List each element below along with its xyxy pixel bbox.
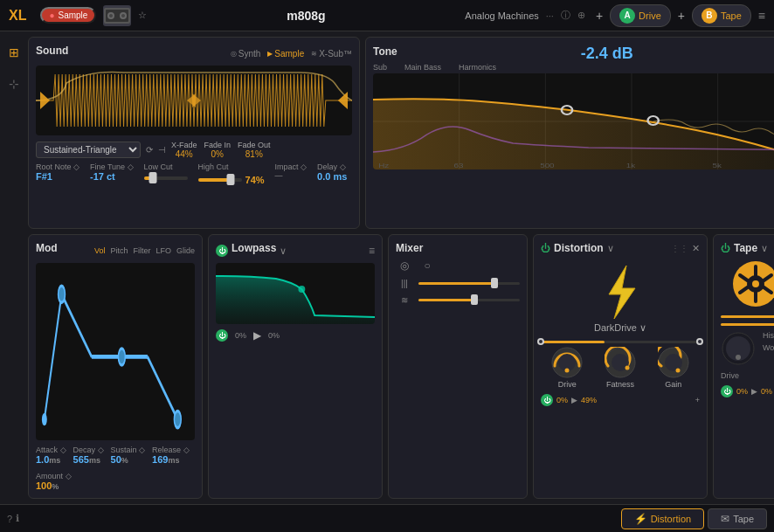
chain-b-letter: B	[701, 8, 717, 24]
mod-tab-pitch[interactable]: Pitch	[110, 246, 128, 255]
svg-point-31	[565, 369, 570, 373]
chain-add-icon[interactable]: +	[596, 9, 603, 23]
distortion-close-btn[interactable]: ✕	[692, 243, 700, 254]
fadein-val[interactable]: 0%	[211, 149, 224, 159]
high-cut-val: 74%	[245, 175, 265, 185]
fine-tune-val[interactable]: -17 ct	[90, 171, 134, 182]
distortion-footer-power[interactable]: ⏻	[541, 394, 553, 406]
loop-icon[interactable]: ⟳	[146, 145, 153, 155]
chain-b-button[interactable]: B Tape	[692, 4, 751, 27]
tape-power-btn[interactable]: ⏻	[721, 243, 730, 253]
tape-footer-right: 0%	[761, 387, 772, 396]
xfade-val[interactable]: 44%	[176, 149, 193, 159]
tape-drive-knob: Drive	[721, 331, 756, 380]
distortion-power-btn[interactable]: ⏻	[541, 243, 550, 253]
root-note-val[interactable]: F#1	[36, 171, 79, 182]
distortion-tab[interactable]: ⚡ Distortion	[621, 508, 704, 529]
reverse-icon[interactable]: ⊣	[158, 145, 166, 155]
distortion-dropdown-icon[interactable]: ∨	[607, 243, 614, 254]
lowpass-footer-right: 0%	[268, 331, 280, 340]
tab-sample[interactable]: Sample	[267, 49, 304, 59]
waveform-display[interactable]	[36, 66, 352, 135]
left-sidebar: ⊞ ⊹	[5, 37, 23, 499]
chain-a-letter: A	[619, 8, 635, 24]
mod-tab-lfo[interactable]: LFO	[155, 246, 171, 255]
distortion-preset-select[interactable]: DarkDrive	[541, 322, 700, 334]
distortion-footer-play[interactable]: ▶	[571, 396, 577, 404]
chain-b-add-icon[interactable]: +	[678, 9, 685, 23]
tape-dropdown-icon[interactable]: ∨	[761, 243, 768, 254]
low-cut-label: Low Cut	[144, 162, 188, 171]
sample-button[interactable]: Sample	[40, 7, 96, 24]
chain-a-label: Drive	[639, 10, 661, 21]
svg-text:Hz: Hz	[378, 162, 390, 169]
mod-release: Release ◇ 169ms	[152, 446, 190, 465]
preset-path[interactable]: Analog Machines	[465, 10, 538, 21]
tape-footer-power[interactable]: ⏻	[721, 385, 733, 397]
svg-marker-28	[609, 266, 635, 319]
tape-tab[interactable]: ✉ Tape	[708, 508, 767, 529]
low-cut-slider[interactable]	[144, 176, 188, 180]
sound-header: Sound Synth Sample X-Sub™	[36, 45, 352, 62]
mod-graph[interactable]	[36, 263, 195, 440]
info-icon[interactable]: ⓘ	[561, 9, 570, 22]
mod-tab-vol[interactable]: Vol	[94, 246, 106, 255]
sidebar-tune-icon[interactable]: ⊹	[5, 75, 23, 93]
delay-val[interactable]: 0.0 ms	[317, 171, 347, 182]
tape-slider-1	[721, 315, 774, 318]
tone-db-value[interactable]: -2.4 dB	[581, 45, 633, 63]
tab-xsub[interactable]: X-Sub™	[311, 49, 352, 59]
distortion-drag-handle[interactable]: ⋮⋮	[671, 244, 688, 253]
distortion-header: ⏻ Distortion ∨ ⋮⋮ ✕	[541, 242, 700, 254]
tape-reel-left	[733, 261, 774, 307]
hamburger-icon[interactable]: ≡	[758, 9, 765, 23]
lowpass-power-btn[interactable]: ⏻	[216, 245, 228, 257]
lowpass-list-icon[interactable]: ≡	[369, 245, 375, 257]
lowpass-graph[interactable]	[216, 263, 375, 324]
distortion-top-slider[interactable]	[541, 341, 700, 343]
chain-a-button[interactable]: A Drive	[610, 4, 671, 27]
tape-header: ⏻ Tape ∨ ⋮⋮ ✕	[721, 242, 774, 254]
fadeout-val[interactable]: 81%	[245, 149, 263, 159]
sidebar-grid-icon[interactable]: ⊞	[5, 44, 23, 61]
decay-val: 565ms	[73, 454, 104, 465]
impact-val: —	[275, 171, 308, 180]
chain-b-label: Tape	[721, 10, 742, 21]
delay-label: Delay ◇	[317, 162, 347, 171]
svg-point-46	[752, 280, 759, 287]
mixer-rows: ◎ ○ ||| ≋	[396, 259, 520, 305]
lowpass-play-icon[interactable]: ▶	[253, 329, 261, 342]
share-icon[interactable]: ⊕	[577, 10, 585, 21]
lowpass-dropdown-icon[interactable]: ∨	[280, 245, 287, 257]
high-cut-slider[interactable]	[198, 178, 242, 182]
tab-synth[interactable]: Synth	[231, 49, 261, 59]
info-btn[interactable]: ℹ	[16, 513, 19, 524]
svg-point-26	[174, 411, 181, 428]
eq-display[interactable]: Hz 63 500 1k 5k 10k	[373, 73, 774, 169]
mod-tabs: Vol Pitch Filter LFO Glide	[94, 246, 195, 255]
instrument-title[interactable]: m808g	[154, 9, 458, 23]
mixer-fader-2[interactable]	[418, 282, 520, 285]
help-btn[interactable]: ?	[7, 514, 12, 524]
mod-header: Mod Vol Pitch Filter LFO Glide	[36, 242, 195, 259]
tape-reels	[721, 261, 774, 307]
preset-select[interactable]: Sustained-Triangle	[36, 142, 141, 158]
mixer-row-3: ≋	[396, 295, 520, 305]
tape-footer-play[interactable]: ▶	[751, 387, 757, 396]
lowpass-footer-power[interactable]: ⏻	[216, 329, 228, 342]
mixer-fader-3[interactable]	[418, 299, 520, 301]
hiss-label: Hiss	[763, 331, 774, 340]
svg-text:500: 500	[540, 162, 554, 169]
attack-label: Attack ◇	[36, 446, 66, 454]
mod-tab-glide[interactable]: Glide	[176, 246, 195, 255]
mod-tab-filter[interactable]: Filter	[133, 246, 150, 255]
distortion-add-btn[interactable]: +	[695, 396, 700, 404]
decay-label: Decay ◇	[73, 446, 104, 454]
svg-point-4	[109, 14, 113, 17]
hiss-slider: Hiss	[763, 331, 774, 340]
tone-header: Tone -2.4 dB +0.2 dB	[373, 45, 774, 63]
amount-val: 100%	[36, 480, 72, 491]
mixer-row-2: |||	[396, 279, 520, 288]
settings-icon[interactable]: ···	[546, 10, 554, 21]
svg-text:5k: 5k	[713, 162, 722, 169]
